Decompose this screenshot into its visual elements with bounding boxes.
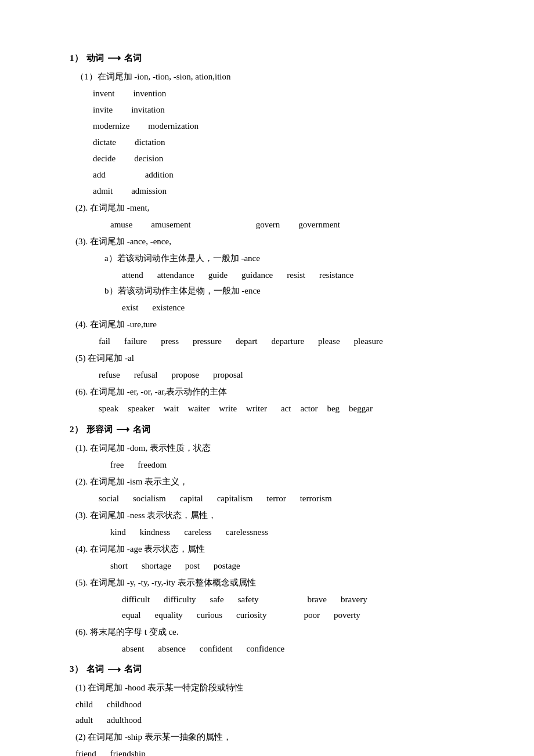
subsection-3-2-label: (2) 在词尾加 -ship 表示某一抽象的属性， bbox=[75, 729, 464, 745]
subsection-2-4: (4). 在词尾加 -age 表示状态，属性 short shortage po… bbox=[75, 541, 464, 574]
section-1-label: 动词 bbox=[86, 50, 104, 66]
section-3-right: 名词 bbox=[124, 661, 142, 677]
subsection-1-1: （1）在词尾加 -ion, -tion, -sion, ation,ition … bbox=[75, 69, 464, 199]
pairs-ity-row2: equal equality curious curiosity poor po… bbox=[122, 607, 464, 623]
word-waiter: waiter bbox=[188, 401, 210, 417]
word-modernization: modernization bbox=[148, 118, 199, 134]
pairs-ment: amuse amusement govern government bbox=[110, 217, 464, 233]
pairs-age: short shortage post postage bbox=[110, 558, 464, 574]
word-press: press bbox=[161, 334, 179, 349]
subsection-1-5: (5) 在词尾加 -al refuse refusal propose prop… bbox=[75, 350, 464, 383]
word-kind: kind bbox=[110, 525, 126, 540]
section-2-number: 2） bbox=[70, 422, 83, 437]
word-capitalism: capitalism bbox=[217, 491, 253, 507]
word-friend: friend bbox=[75, 746, 96, 756]
word-guidance: guidance bbox=[241, 267, 273, 283]
word-fail: fail bbox=[99, 334, 110, 349]
subsection-2-4-label: (4). 在词尾加 -age 表示状态，属性 bbox=[75, 541, 464, 557]
word-amuse: amuse bbox=[110, 217, 132, 233]
word-write: write bbox=[219, 401, 237, 417]
word-admit: admit bbox=[93, 183, 113, 199]
word-govern: govern bbox=[256, 217, 280, 233]
word-short: short bbox=[110, 558, 128, 574]
word-safety: safety bbox=[238, 592, 259, 607]
word-confidence: confidence bbox=[246, 641, 284, 657]
word-postage: postage bbox=[214, 558, 240, 574]
word-poor: poor bbox=[304, 607, 320, 623]
section-3-arrow: ⟶ bbox=[107, 661, 121, 678]
subsection-1-3-note-b: b）若该动词动作主体是物，一般加 -ence bbox=[104, 283, 464, 299]
word-guide: guide bbox=[208, 267, 228, 283]
word-bravery: bravery bbox=[341, 592, 367, 607]
subsection-3-1-label: (1) 在词尾加 -hood 表示某一特定阶段或特性 bbox=[75, 680, 464, 696]
pair-invent: invent invention bbox=[93, 86, 464, 102]
word-resistance: resistance bbox=[319, 267, 353, 283]
pairs-ence: exist existence bbox=[122, 300, 464, 316]
subsection-1-4-label: (4). 在词尾加 -ure,ture bbox=[75, 317, 464, 332]
word-dictate: dictate bbox=[93, 135, 116, 150]
section-3: 3） 名词 ⟶ 名词 (1) 在词尾加 -hood 表示某一特定阶段或特性 ch… bbox=[70, 661, 464, 756]
word-socialism: socialism bbox=[133, 491, 166, 507]
subsection-2-5-label: (5). 在词尾加 -y, -ty, -ry,-ity 表示整体概念或属性 bbox=[75, 575, 464, 591]
word-careless: careless bbox=[184, 525, 211, 540]
word-capital: capital bbox=[180, 491, 203, 507]
pair-invite: invite invitation bbox=[93, 102, 464, 118]
subsection-2-3: (3). 在词尾加 -ness 表示状态，属性， kind kindness c… bbox=[75, 508, 464, 540]
subsection-2-2: (2). 在词尾加 -ism 表示主义， social socialism ca… bbox=[75, 474, 464, 507]
subsection-1-3-note-a: a）若该动词动作主体是人，一般加 -ance bbox=[104, 251, 464, 266]
pairs-ness: kind kindness careless carelessness bbox=[110, 525, 464, 540]
word-childhood: childhood bbox=[107, 697, 142, 712]
word-adult: adult bbox=[75, 712, 93, 728]
word-wait: wait bbox=[164, 401, 179, 417]
word-beg: beg bbox=[327, 401, 340, 417]
word-equal: equal bbox=[122, 607, 140, 623]
pairs-ism: social socialism capital capitalism terr… bbox=[99, 491, 464, 507]
subsection-2-2-label: (2). 在词尾加 -ism 表示主义， bbox=[75, 474, 464, 490]
pairs-er: speak speaker wait waiter write writer a… bbox=[99, 401, 464, 417]
pair-admit: admit admission bbox=[93, 183, 464, 199]
word-attend: attend bbox=[122, 267, 143, 283]
word-carelessness: carelessness bbox=[226, 525, 268, 540]
subsection-3-1: (1) 在词尾加 -hood 表示某一特定阶段或特性 child childho… bbox=[75, 680, 464, 728]
word-free: free bbox=[110, 457, 124, 473]
word-curious: curious bbox=[197, 607, 222, 623]
pairs-ure: fail failure press pressure depart depar… bbox=[99, 334, 464, 349]
subsection-2-3-label: (3). 在词尾加 -ness 表示状态，属性， bbox=[75, 508, 464, 523]
section-2-title: 2） 形容词 ⟶ 名词 bbox=[70, 421, 464, 438]
word-beggar: beggar bbox=[349, 401, 373, 417]
section-2: 2） 形容词 ⟶ 名词 (1). 在词尾加 -dom, 表示性质，状态 free… bbox=[70, 421, 464, 657]
word-refusal: refusal bbox=[134, 367, 158, 383]
word-failure: failure bbox=[124, 334, 147, 349]
word-modernize: modernize bbox=[93, 118, 129, 134]
word-equality: equality bbox=[154, 607, 182, 623]
word-attendance: attendance bbox=[157, 267, 194, 283]
subsection-1-3: (3). 在词尾加 -ance, -ence, a）若该动词动作主体是人，一般加… bbox=[75, 234, 464, 316]
word-absent: absent bbox=[122, 641, 144, 657]
subsection-1-4: (4). 在词尾加 -ure,ture fail failure press p… bbox=[75, 317, 464, 349]
section-1: 1） 动词 ⟶ 名词 （1）在词尾加 -ion, -tion, -sion, a… bbox=[70, 50, 464, 417]
pair-adult: adult adulthood bbox=[75, 712, 464, 728]
pair-child: child childhood bbox=[75, 697, 464, 712]
word-government: government bbox=[298, 217, 340, 233]
section-2-right: 名词 bbox=[133, 422, 150, 437]
word-poverty: poverty bbox=[334, 607, 360, 623]
pairs-ance: attend attendance guide guidance resist … bbox=[122, 267, 464, 283]
pair-add: add addition bbox=[93, 167, 464, 183]
subsection-1-3-label: (3). 在词尾加 -ance, -ence, bbox=[75, 234, 464, 249]
subsection-2-6-label: (6). 将末尾的字母 t 变成 ce. bbox=[75, 624, 464, 640]
section-1-title: 1） 动词 ⟶ 名词 bbox=[70, 50, 464, 67]
pair-dictate: dictate dictation bbox=[93, 135, 464, 150]
pair-decide: decide decision bbox=[93, 151, 464, 167]
word-friendship: friendship bbox=[110, 746, 146, 756]
word-propose: propose bbox=[171, 367, 199, 383]
word-terrorism: terrorism bbox=[300, 491, 332, 507]
word-brave: brave bbox=[308, 592, 327, 607]
word-speaker: speaker bbox=[128, 401, 154, 417]
word-depart: depart bbox=[236, 334, 257, 349]
word-admission: admission bbox=[131, 183, 167, 199]
pair-modernize: modernize modernization bbox=[93, 118, 464, 134]
section-1-number: 1） bbox=[70, 50, 83, 66]
subsection-1-2: (2). 在词尾加 -ment, amuse amusement govern … bbox=[75, 200, 464, 233]
word-invent: invent bbox=[93, 86, 115, 102]
subsection-1-1-label: （1）在词尾加 -ion, -tion, -sion, ation,ition bbox=[75, 69, 464, 85]
